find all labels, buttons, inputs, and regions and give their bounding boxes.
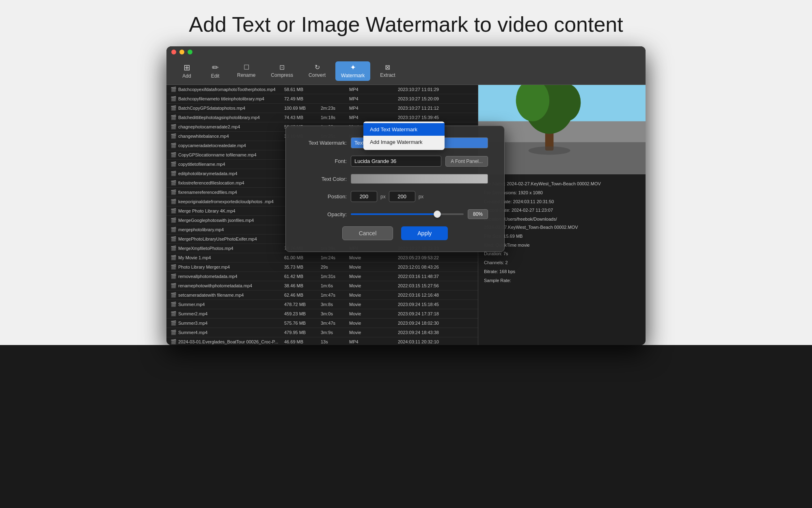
toolbar-rename[interactable]: ☐ Rename xyxy=(231,62,261,80)
traffic-light-green[interactable] xyxy=(188,50,192,54)
opacity-value-display: 80% xyxy=(468,209,488,219)
file-name-text: My Movie 1.mp4 xyxy=(178,255,211,260)
toolbar-edit-label: Edit xyxy=(211,73,220,79)
file-icon: 🎬 xyxy=(171,180,177,186)
traffic-light-red[interactable] xyxy=(171,50,176,54)
add-text-watermark-item[interactable]: Add Text Watermark xyxy=(363,123,445,136)
file-name-cell: 🎬 chagnephotocameradate2.mp4 xyxy=(171,124,284,130)
extract-icon: ⊠ xyxy=(385,64,390,71)
apply-button[interactable]: Apply xyxy=(401,226,448,240)
toolbar-add-label: Add xyxy=(182,73,191,79)
traffic-light-yellow[interactable] xyxy=(179,50,184,54)
file-row[interactable]: 🎬 Summer3.mp4 575.76 MB 3m:47s Movie 202… xyxy=(166,319,478,328)
file-name-text: BatchCopyGPSdatatophotos.mp4 xyxy=(178,106,245,111)
file-row[interactable]: 🎬 Batchcopyfilenameto titleinphotolibrar… xyxy=(166,94,478,104)
file-icon: 🎬 xyxy=(171,171,177,176)
file-icon: 🎬 xyxy=(171,311,177,317)
font-label: Font: xyxy=(302,158,347,164)
file-info-dimensions: File Dimensions: 1920 x 1080 xyxy=(484,189,640,197)
file-name-text: Merge Photo Library 4K.mp4 xyxy=(178,208,235,213)
page-title: Add Text or Image Watermark to video con… xyxy=(0,0,812,46)
file-info-size: File Size: 15.69 MB xyxy=(484,232,640,241)
file-name-cell: 🎬 keeporiginaldatefromexportedicloudphot… xyxy=(171,199,284,204)
file-name-cell: 🎬 renamephotowithphotometadata.mp4 xyxy=(171,283,284,289)
file-row[interactable]: 🎬 2024-03-01.Everglades_BoatTour 00026_C… xyxy=(166,337,478,345)
app-window: ⊞ Add ✏ Edit ☐ Rename ⊡ Compress ↻ Con xyxy=(166,46,646,345)
file-name-cell: 🎬 CopyGPSlocationname tofilename.mp4 xyxy=(171,152,284,158)
file-icon: 🎬 xyxy=(171,274,177,279)
file-name-cell: 🎬 fixrenamereferencedfiles.mp4 xyxy=(171,189,284,195)
file-row[interactable]: 🎬 Batchedittitlephototagsinphotolibrary.… xyxy=(166,113,478,122)
dialog-row-color: Text Color: xyxy=(302,174,488,184)
toolbar-compress-label: Compress xyxy=(271,72,293,78)
file-info-location: Location: /Users/freebok/Downloads/2024-… xyxy=(484,215,640,232)
file-name-text: Batchedittitlephototagsinphotolibrary.mp… xyxy=(178,115,260,120)
file-name-cell: 🎬 BatchCopyGPSdatatophotos.mp4 xyxy=(171,105,284,111)
file-icon: 🎬 xyxy=(171,339,177,345)
toolbar-rename-label: Rename xyxy=(237,72,255,78)
dialog-row-position: Postion: px px xyxy=(302,191,488,202)
file-icon: 🎬 xyxy=(171,143,177,148)
file-row[interactable]: 🎬 Summer4.mp4 479.95 MB 3m:9s Movie 2023… xyxy=(166,328,478,337)
app-body: 🎬 BatchcopyexifdatafromaphotoTootherphot… xyxy=(166,85,646,345)
toolbar-add[interactable]: ⊞ Add xyxy=(175,61,199,81)
toolbar-compress[interactable]: ⊡ Compress xyxy=(265,62,299,80)
file-row[interactable]: 🎬 BatchCopyGPSdatatophotos.mp4 100.69 MB… xyxy=(166,104,478,113)
file-icon: 🎬 xyxy=(171,292,177,298)
file-row[interactable]: 🎬 BatchcopyexifdatafromaphotoTootherphot… xyxy=(166,85,478,94)
file-icon: 🎬 xyxy=(171,255,177,261)
file-icon: 🎬 xyxy=(171,283,177,289)
file-name-text: chagnephotocameradate2.mp4 xyxy=(178,124,240,129)
file-name-cell: 🎬 Batchedittitlephototagsinphotolibrary.… xyxy=(171,115,284,120)
file-icon: 🎬 xyxy=(171,152,177,158)
file-name-cell: 🎬 copycameradatetocreatedate.mp4 xyxy=(171,143,284,148)
file-name-text: Batchcopyfilenameto titleinphotolibrary.… xyxy=(178,96,264,101)
file-name-cell: 🎬 Batchcopyfilenameto titleinphotolibrar… xyxy=(171,96,284,102)
file-name-text: MergePhotoLibraryUsePhotoExifer.mp4 xyxy=(178,237,257,241)
watermark-dropdown: Add Text Watermark Add Image Watermark xyxy=(363,122,445,150)
file-row[interactable]: 🎬 Photo Library Merger.mp4 35.73 MB 29s … xyxy=(166,263,478,272)
file-row[interactable]: 🎬 setcameradatewith filename.mp4 62.46 M… xyxy=(166,291,478,300)
position-y-input[interactable] xyxy=(389,191,415,202)
opacity-slider-container[interactable] xyxy=(351,210,464,218)
file-name-cell: 🎬 My Movie 1.mp4 xyxy=(171,255,284,261)
file-row[interactable]: 🎬 removeallphotometadata.mp4 61.42 MB 1m… xyxy=(166,272,478,281)
file-name-cell: 🎬 copytitletofilename.mp4 xyxy=(171,161,284,167)
compress-icon: ⊡ xyxy=(279,64,285,71)
file-name-text: MergeGooglephotoswith jsonfiles.mp4 xyxy=(178,218,254,223)
file-name-cell: 🎬 editphotolibrarymetadata.mp4 xyxy=(171,171,284,176)
file-icon: 🎬 xyxy=(171,199,177,204)
position-x-input[interactable] xyxy=(351,191,377,202)
file-row[interactable]: 🎬 My Movie 1.mp4 61.00 MB 1m:24s Movie 2… xyxy=(166,253,478,263)
file-name-text: keeporiginaldatefromexportedicloudphotos… xyxy=(178,199,274,204)
text-color-label: Text Color: xyxy=(302,176,347,182)
svg-point-6 xyxy=(551,85,581,121)
file-row[interactable]: 🎬 Summer2.mp4 459.23 MB 3m:0s Movie 2023… xyxy=(166,309,478,319)
file-name-cell: 🎬 MergeXmpfiletoPhotos.mp4 xyxy=(171,245,284,251)
file-icon: 🎬 xyxy=(171,105,177,111)
toolbar-edit[interactable]: ✏ Edit xyxy=(203,61,227,81)
file-name-text: 2024-03-01.Everglades_BoatTour 00026_Cro… xyxy=(178,339,278,344)
convert-icon: ↻ xyxy=(315,64,320,71)
add-image-watermark-item[interactable]: Add Image Watermark xyxy=(363,136,445,148)
file-icon: 🎬 xyxy=(171,124,177,130)
file-icon: 🎬 xyxy=(171,320,177,326)
toolbar-convert-label: Convert xyxy=(309,72,326,78)
file-name-text: Summer.mp4 xyxy=(178,302,205,307)
file-name-text: BatchcopyexifdatafromaphotoTootherphotos… xyxy=(178,87,276,92)
opacity-row: 80% xyxy=(351,209,488,219)
toolbar-convert[interactable]: ↻ Convert xyxy=(303,62,331,80)
font-input[interactable] xyxy=(351,156,441,167)
file-name-text: copytitletofilename.mp4 xyxy=(178,162,225,167)
file-icon: 🎬 xyxy=(171,133,177,139)
file-row[interactable]: 🎬 Summer.mp4 478.72 MB 3m:8s Movie 2023:… xyxy=(166,300,478,309)
file-info-name: File Name: 2024-02-27.KeyWest_Town-Beach… xyxy=(484,180,640,188)
font-panel-label: A Font Panel... xyxy=(451,158,483,164)
opacity-thumb[interactable] xyxy=(434,211,441,218)
font-panel-button[interactable]: A Font Panel... xyxy=(445,156,488,167)
toolbar-watermark[interactable]: ✦ Watermark xyxy=(335,61,370,81)
cancel-button[interactable]: Cancel xyxy=(342,226,393,240)
toolbar-extract[interactable]: ⊠ Extract xyxy=(374,62,401,80)
file-row[interactable]: 🎬 renamephotowithphotometadata.mp4 38.46… xyxy=(166,281,478,291)
color-bar[interactable] xyxy=(351,174,488,184)
